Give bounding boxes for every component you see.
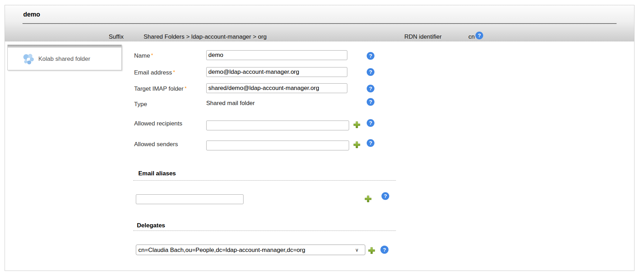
kolab-flower-icon	[22, 53, 35, 66]
delegates-heading: Delegates	[137, 222, 165, 229]
allowed-senders-input[interactable]	[206, 141, 349, 150]
allowed-recipients-input[interactable]	[206, 121, 349, 130]
title-divider	[23, 23, 617, 24]
rdn-identifier-label: RDN identifier	[404, 33, 442, 40]
tab-top-strip	[8, 45, 121, 48]
suffix-label: Suffix	[109, 33, 124, 40]
required-marker: *	[184, 85, 187, 91]
allowed-senders-label: Allowed senders	[134, 141, 178, 148]
rdn-help-icon[interactable]: ?	[475, 32, 483, 39]
delegates-divider	[133, 231, 396, 231]
email-alias-add-button[interactable]	[365, 195, 372, 202]
delegates-help-icon[interactable]: ?	[380, 246, 389, 254]
type-label: Type	[134, 101, 147, 108]
plus-icon	[353, 141, 360, 148]
tab-label: Kolab shared folder	[38, 56, 90, 63]
page-title: demo	[23, 11, 40, 18]
allowed-senders-add-button[interactable]	[353, 141, 360, 148]
rdn-identifier-value: cn	[468, 33, 475, 40]
email-aliases-help-icon[interactable]: ?	[381, 192, 389, 200]
plus-icon	[353, 121, 360, 128]
email-aliases-divider	[133, 180, 396, 181]
type-value: Shared mail folder	[206, 100, 255, 107]
email-address-help-icon[interactable]: ?	[367, 68, 374, 76]
allowed-recipients-add-button[interactable]	[353, 121, 360, 128]
email-address-input[interactable]	[206, 67, 347, 77]
required-marker: *	[173, 69, 175, 75]
name-input[interactable]	[206, 50, 347, 60]
type-help-icon[interactable]: ?	[367, 98, 374, 106]
delegates-add-button[interactable]	[368, 247, 375, 254]
email-address-label: Email address*	[134, 69, 175, 76]
email-aliases-heading: Email aliases	[138, 170, 176, 177]
allowed-recipients-label: Allowed recipients	[134, 120, 182, 127]
allowed-senders-help-icon[interactable]: ?	[367, 139, 374, 147]
target-imap-folder-label: Target IMAP folder*	[134, 85, 187, 92]
allowed-recipients-help-icon[interactable]: ?	[367, 119, 374, 127]
plus-icon	[365, 195, 372, 202]
required-marker: *	[151, 52, 153, 58]
breadcrumb: Shared Folders > ldap-account-manager > …	[144, 33, 267, 40]
email-alias-input[interactable]	[136, 194, 244, 204]
main-window: demo Suffix Shared Folders > ldap-accoun…	[5, 5, 634, 271]
name-help-icon[interactable]: ?	[367, 52, 374, 60]
plus-icon	[368, 247, 375, 254]
target-imap-folder-help-icon[interactable]: ?	[367, 85, 374, 92]
header: demo Suffix Shared Folders > ldap-accoun…	[5, 5, 634, 41]
name-label: Name*	[134, 52, 153, 59]
tab-kolab-shared-folder[interactable]: Kolab shared folder	[7, 45, 122, 70]
target-imap-folder-input[interactable]	[206, 83, 347, 93]
delegates-select[interactable]: cn=Claudia Bach,ou=People,dc=ldap-accoun…	[136, 245, 365, 255]
